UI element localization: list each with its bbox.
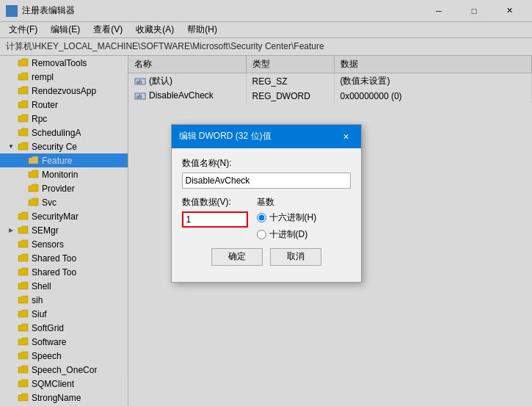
modal-title-bar: 编辑 DWORD (32 位)值 × bbox=[172, 125, 361, 148]
modal-body: 数值名称(N): 数值数据(V): 基数 十六进制(H) bbox=[172, 148, 361, 282]
modal-name-label: 数值名称(N): bbox=[182, 157, 351, 170]
modal-value-input[interactable] bbox=[182, 211, 248, 228]
modal-hex-radio[interactable] bbox=[257, 213, 266, 222]
modal-hex-option[interactable]: 十六进制(H) bbox=[257, 211, 317, 224]
modal-base-col: 基数 十六进制(H) 十进制(D) bbox=[257, 196, 317, 241]
modal-data-label: 数值数据(V): bbox=[182, 196, 248, 209]
modal-overlay: 编辑 DWORD (32 位)值 × 数值名称(N): 数值数据(V): 基数 … bbox=[0, 0, 532, 406]
modal-dec-label: 十进制(D) bbox=[269, 228, 308, 241]
modal-dialog: 编辑 DWORD (32 位)值 × 数值名称(N): 数值数据(V): 基数 … bbox=[171, 124, 362, 283]
modal-data-row: 数值数据(V): 基数 十六进制(H) 十进制(D) bbox=[182, 196, 351, 241]
modal-dec-radio[interactable] bbox=[257, 230, 266, 239]
modal-radio-group: 十六进制(H) 十进制(D) bbox=[257, 211, 317, 241]
modal-dec-option[interactable]: 十进制(D) bbox=[257, 228, 317, 241]
modal-name-input[interactable] bbox=[182, 173, 351, 189]
modal-base-label: 基数 bbox=[257, 196, 317, 209]
modal-data-col: 数值数据(V): bbox=[182, 196, 248, 241]
modal-title: 编辑 DWORD (32 位)值 bbox=[179, 130, 272, 142]
modal-close-button[interactable]: × bbox=[339, 129, 354, 144]
modal-hex-label: 十六进制(H) bbox=[269, 211, 317, 224]
modal-cancel-button[interactable]: 取消 bbox=[270, 248, 321, 266]
modal-ok-button[interactable]: 确定 bbox=[211, 248, 263, 266]
modal-buttons: 确定 取消 bbox=[182, 248, 351, 273]
